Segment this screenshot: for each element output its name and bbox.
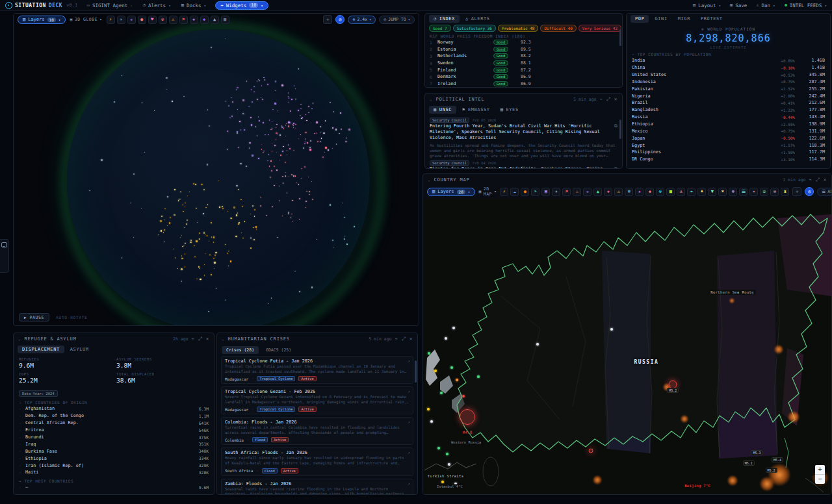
globe-layer-icon-9[interactable]: ◆ [200,16,209,24]
severity-chip-difficult[interactable]: Difficult 40 [540,25,576,32]
pop-tab-pop[interactable]: POP [630,15,649,23]
map-layer-icon-23[interactable]: ☰ [739,188,748,196]
menu-sigint-agent[interactable]: ▭SIGINT Agent› [87,3,133,8]
map-view-selector[interactable]: ▦ 2D MAP ▾ [478,186,497,197]
refugee-row[interactable]: ·Iraq351K [19,440,209,447]
map-layer-icon-4[interactable]: ▣ [541,188,550,196]
pop-row-japan[interactable]: Japan-0.50%122.6M [632,134,825,142]
earthquake-magnitude-label[interactable]: M5.3 [751,450,762,455]
event-dot[interactable] [462,395,465,397]
index-tab-index[interactable]: ◔INDEX [429,15,460,23]
refugee-row[interactable]: ·Central African Rep.641K [19,420,209,427]
crisis-item[interactable]: South Africa: Floods - Jan 2026↗Heavy ra… [221,447,413,475]
pause-button[interactable]: ▶ PAUSE [19,313,49,321]
pop-tab-protest[interactable]: PROTEST [696,15,727,23]
share-icon[interactable]: ⌁ [809,177,812,183]
map-layer-icon-10[interactable]: ✚ [604,188,612,196]
index-row-netherlands[interactable]: 3NetherlandsGood88.2 [430,53,618,60]
map-layer-icon-3[interactable]: ➤ [531,188,540,196]
map-layer-icon-22[interactable]: ⊕ [729,188,737,196]
map-layer-icon-24[interactable]: ✦ [749,188,758,196]
expand-icon[interactable]: ⤢ [606,96,611,103]
globe-layer-icon-2[interactable]: ☣ [127,16,136,24]
pop-row-philippines[interactable]: Philippines+1.50%117.7M [632,149,825,156]
map-layer-icon-7[interactable]: ♨ [573,188,581,196]
map-layer-icon-20[interactable]: ▼ [708,188,716,196]
crisis-item[interactable]: Colombia: Floods - Jan 2026↗Torrential r… [221,417,413,445]
expand-icon[interactable]: ⤢ [198,336,203,342]
event-dot[interactable] [610,328,613,331]
refugee-row[interactable]: ·Burundi375K [19,434,209,441]
crises-tab-crises-28-[interactable]: Crises (28) [222,346,259,354]
close-icon[interactable]: ✕ [410,336,413,342]
map-layer-icon-8[interactable]: ☣ [583,188,592,196]
alert-marker[interactable] [589,449,593,453]
left-dock-handle[interactable] [0,239,9,273]
pop-tab-migr[interactable]: MIGR [673,15,695,23]
crisis-item[interactable]: Tropical Cyclone Gezani - Feb 2026↗Sever… [221,386,413,414]
filter-all-dropdown[interactable]: ☰ ALL ▾ [817,188,832,196]
globe-view-selector[interactable]: ▣ 3D GLOBE ▾ [70,17,102,22]
map-layer-icon-15[interactable]: ☢ [656,188,664,196]
crosshair-icon-button[interactable]: ✛ [792,187,801,196]
map-layer-icon-11[interactable]: ⚠ [614,188,623,196]
close-icon[interactable]: ✕ [206,336,209,342]
map-layer-icon-18[interactable]: ☂ [687,188,696,196]
index-row-norway[interactable]: 1NorwayGood92.3 [430,39,618,46]
globe-layer-icon-4[interactable]: ♥ [148,16,157,24]
menu-save[interactable]: ▣Save [730,3,747,8]
zoom-out-button[interactable]: − [815,474,825,484]
pop-tab-gini[interactable]: GINI [650,15,671,23]
severity-chip-very-serious[interactable]: Very Serious 42 [578,25,621,32]
map-layer-icon-27[interactable]: ♜ [781,188,789,196]
pop-row-pakistan[interactable]: Pakistan+1.52%255.2M [632,85,825,92]
refugee-row[interactable]: ·—9.6M [19,484,209,491]
index-row-sweden[interactable]: 4SwedenGood88.1 [430,60,618,67]
crosshair-icon-button[interactable]: ✛ [323,15,332,24]
severity-chip-satisfactory[interactable]: Satisfactory 36 [453,25,496,32]
severity-chip-good[interactable]: Good 7 [429,25,451,32]
expand-icon[interactable]: ⤢ [402,336,406,342]
globe-layer-icon-7[interactable]: ⚑ [179,16,188,24]
event-dot[interactable] [448,463,450,466]
widgets-button[interactable]: + Widgets 10 ▾ [215,1,268,10]
index-row-ireland[interactable]: 7IrelandGood86.9 [430,81,618,88]
index-tab-alerts[interactable]: △ALERTS [461,15,495,23]
refugee-row[interactable]: ·Eritrea546K [19,427,209,434]
earthquake-magnitude-label[interactable]: M5.4 [772,457,783,462]
earthquake-magnitude-label[interactable]: M5.2 [765,468,777,473]
intel-tab-eyes[interactable]: ▤EYES [496,106,523,114]
event-dot[interactable] [536,343,539,346]
intel-tab-unsc[interactable]: ▦UNSC [429,106,456,114]
globe-layer-icon-1[interactable]: ✈ [117,16,125,24]
menu-dan[interactable]: ♙Dan▾ [756,3,775,8]
index-row-denmark[interactable]: 6DenmarkGood86.9 [430,73,618,81]
russia-map-view[interactable]: M5.2M5.3M5.1M5.2M5.4RUSSIANorthern Sea R… [423,199,832,495]
refugee-row[interactable]: ·Ethiopia334K [19,455,209,462]
event-dot[interactable] [440,392,443,394]
crisis-item[interactable]: Zambia: Floods - Jan 2026↗Seasonal rains… [221,479,413,496]
collapse-icon[interactable]: ⌄ [18,336,21,341]
map-layer-icon-26[interactable]: ⚒ [770,188,779,196]
pop-row-russia[interactable]: Russia-0.44%143.4M [632,114,825,121]
globe-layer-icon-5[interactable]: ☢ [159,16,167,24]
index-row-finland[interactable]: 5FinlandGood87.2 [430,66,618,73]
menu-docks[interactable]: ▦Docks▾ [181,3,206,8]
crisis-item[interactable]: Tropical Cyclone Futia - Jan 2026↗Tropic… [221,356,413,384]
map-layer-icon-12[interactable]: ❄ [625,188,633,196]
event-dot[interactable] [437,447,440,449]
scrollbar[interactable] [619,29,621,46]
menu-layout[interactable]: ▤Layout▾ [693,3,721,8]
map-layer-icon-9[interactable]: ▲ [593,188,602,196]
pop-row-mexico[interactable]: Mexico+0.75%131.9M [632,127,825,134]
globe-zoom-selector[interactable]: ⊕ 2.4x ▾ [348,16,376,24]
auto-rotate-toggle[interactable]: AUTO-ROTATE [56,315,88,320]
event-dot[interactable] [434,370,437,372]
pop-row-egypt[interactable]: Egypt+1.57%118.3M [632,142,825,149]
refugee-row[interactable]: ·Iran (Islamic Rep. of)329K [19,462,209,469]
globe-layer-icon-0[interactable]: ⚡ [107,16,115,24]
map-layer-icon-1[interactable]: ☁ [510,188,519,196]
map-layer-icon-19[interactable]: ♦ [697,188,706,196]
index-row-estonia[interactable]: 2EstoniaGood89.5 [430,46,618,53]
severity-chip-problematic[interactable]: Problematic 48 [498,25,539,32]
